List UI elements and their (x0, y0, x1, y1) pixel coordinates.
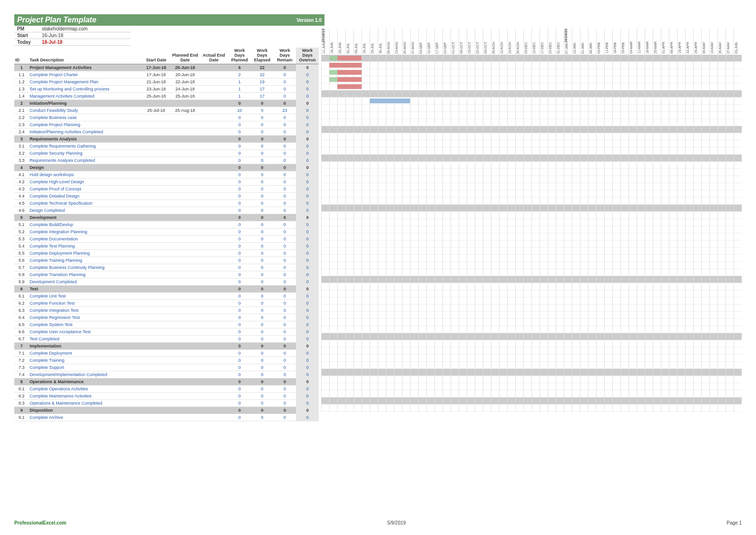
cell-id: 5.2 (14, 228, 29, 235)
cell-wde: 0 (251, 314, 274, 321)
cell-wdp: 0 (228, 314, 251, 321)
table-row: 7.4Development/Implementation Completed0… (14, 371, 319, 378)
cell-wdr: 0 (274, 92, 296, 99)
cell-planned (171, 328, 200, 335)
cell-wdp: 0 (228, 164, 251, 171)
cell-task: Development/Implementation Completed (29, 371, 142, 378)
cell-id: 7.2 (14, 357, 29, 364)
cell-id: 2.3 (14, 121, 29, 128)
table-row: 1.1Complete Project Charter17-Jun-1820-J… (14, 71, 319, 78)
cell-wdr: 0 (274, 85, 296, 92)
week-header: 16-JUL (362, 29, 370, 55)
cell-wdp: 0 (228, 235, 251, 242)
table-row: 4.5Complete Technical Specification0000 (14, 199, 319, 207)
week-label: 29-OCT (484, 42, 487, 54)
cell-task: Complete Integration Planning (29, 228, 142, 235)
cell-wdp: 1 (228, 78, 251, 85)
cell-wde: 0 (251, 199, 274, 207)
cell-id: 3.1 (14, 142, 29, 149)
start-value: 16-Jun-18 (39, 32, 130, 39)
cell-wdp: 0 (228, 285, 251, 292)
cell-task: Set up Monitoring and Controlling proces… (29, 85, 142, 92)
cell-wdr: 0 (274, 114, 296, 121)
cell-start (142, 385, 171, 392)
col-wdp: Work Days Planned (228, 48, 251, 64)
cell-id: 4 (14, 164, 29, 171)
table-row: 1Project Management Activities17-Jun-182… (14, 64, 319, 71)
cell-planned (171, 242, 200, 249)
cell-id: 4.2 (14, 178, 29, 185)
week-label: 11-MAR (638, 41, 641, 54)
cell-planned (171, 171, 200, 178)
gantt-row (321, 155, 749, 162)
cell-planned (171, 335, 200, 342)
week-header: 03-DEC (523, 29, 531, 55)
cell-wde: 0 (251, 157, 274, 164)
gantt-bar-red (337, 77, 362, 82)
cell-wde: 0 (251, 149, 274, 157)
cell-wdo: 0 (296, 399, 319, 406)
cell-actual (199, 142, 228, 149)
cell-start (142, 178, 171, 185)
cell-planned (171, 199, 200, 207)
cell-task: Requirements Analysis (29, 135, 142, 142)
cell-wdr: 0 (274, 385, 296, 392)
cell-actual (199, 357, 228, 364)
cell-id: 6.5 (14, 321, 29, 328)
cell-wde: 0 (251, 235, 274, 242)
cell-task: Complete Support (29, 364, 142, 371)
title-bar: Project Plan Template Version 1.0 (14, 14, 324, 26)
week-header: 17-DEC (540, 29, 548, 55)
cell-id: 3.2 (14, 149, 29, 157)
cell-wdp: 0 (228, 307, 251, 314)
cell-start: 17-Jun-18 (142, 71, 171, 78)
week-label: 08-APR (670, 42, 673, 54)
table-row: 1.4Management Activities Completed25-Jun… (14, 92, 319, 99)
week-label: 17-DEC (540, 42, 544, 54)
cell-planned (171, 228, 200, 235)
cell-wde: 0 (251, 328, 274, 335)
cell-start (142, 185, 171, 192)
cell-id: 4.3 (14, 185, 29, 192)
cell-planned (171, 349, 200, 357)
week-header: 01-OCT (451, 29, 459, 55)
cell-planned (171, 278, 200, 285)
cell-actual (199, 264, 228, 271)
cell-wdr: 0 (274, 78, 296, 85)
cell-wdo: 0 (296, 85, 319, 92)
week-header: 11-JUN (321, 29, 329, 55)
week-header: 13-AUG (394, 29, 402, 55)
cell-wdr: 0 (274, 171, 296, 178)
cell-planned: 25-Aug-18 (171, 107, 200, 114)
cell-task: Complete Requirements Gathering (29, 142, 142, 149)
cell-task: Conduct Feasibility Study (29, 107, 142, 114)
cell-actual (199, 228, 228, 235)
cell-wde: 0 (251, 357, 274, 364)
cell-wdp: 0 (228, 378, 251, 385)
cell-wdo: 0 (296, 278, 319, 285)
cell-wde: 0 (251, 142, 274, 149)
week-label: 23-JUL (371, 43, 374, 54)
cell-wde: 0 (251, 378, 274, 385)
cell-wdr: 0 (274, 321, 296, 328)
cell-id: 4.6 (14, 207, 29, 214)
cell-planned (171, 321, 200, 328)
cell-task: Operations & Maintenance (29, 378, 142, 385)
cell-wde: 0 (251, 257, 274, 264)
week-label: 29-APR (694, 42, 697, 54)
cell-wdp: 0 (228, 257, 251, 264)
cell-actual (199, 392, 228, 399)
gantt-row (321, 319, 749, 326)
cell-actual (199, 107, 228, 114)
cell-wde: 0 (251, 278, 274, 285)
week-header: 12-NOV (499, 29, 507, 55)
cell-planned (171, 378, 200, 385)
week-header: 14-JAN (572, 29, 580, 55)
week-header: 13-MAY (709, 29, 717, 55)
cell-planned (171, 164, 200, 171)
cell-actual (199, 135, 228, 142)
cell-task: Complete User Acceptance Test (29, 328, 142, 335)
cell-wde: 0 (251, 392, 274, 399)
cell-wdp: 0 (228, 264, 251, 271)
gantt-row (321, 376, 749, 383)
